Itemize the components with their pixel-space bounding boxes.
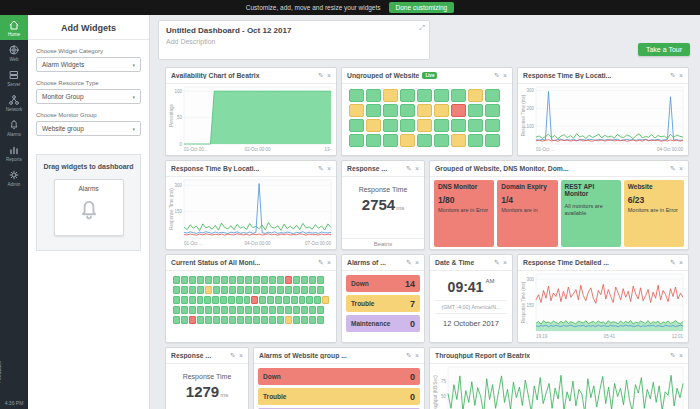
status-cell[interactable] bbox=[285, 316, 292, 324]
alarm-row-trouble[interactable]: Trouble 0 bbox=[258, 388, 420, 405]
status-cell[interactable] bbox=[229, 306, 236, 314]
status-cell[interactable] bbox=[285, 286, 292, 294]
status-cell[interactable] bbox=[400, 89, 415, 102]
edit-widget-icon[interactable]: ✎ bbox=[318, 165, 324, 172]
status-cell[interactable] bbox=[451, 89, 466, 102]
alarm-row-trouble[interactable]: Trouble 7 bbox=[346, 295, 420, 312]
status-cell[interactable] bbox=[451, 119, 466, 132]
edit-widget-icon[interactable]: ✎ bbox=[494, 72, 500, 79]
status-cell[interactable] bbox=[309, 276, 316, 284]
status-cell[interactable] bbox=[197, 306, 204, 314]
alarms-widget-card[interactable]: Alarms bbox=[54, 179, 124, 236]
status-cell[interactable] bbox=[485, 119, 500, 132]
status-cell[interactable] bbox=[349, 119, 364, 132]
status-cell[interactable] bbox=[173, 306, 180, 314]
status-cell[interactable] bbox=[485, 89, 500, 102]
status-cell[interactable] bbox=[291, 296, 298, 304]
status-cell[interactable] bbox=[228, 296, 235, 304]
dashboard-description-input[interactable]: Add Description bbox=[159, 37, 429, 46]
status-cell[interactable] bbox=[221, 286, 228, 294]
status-cell[interactable] bbox=[197, 316, 204, 324]
status-cell[interactable] bbox=[417, 134, 432, 147]
sidebar-item-web[interactable]: Web bbox=[0, 40, 28, 65]
status-cell[interactable] bbox=[253, 316, 260, 324]
status-cell[interactable] bbox=[181, 316, 188, 324]
status-cell[interactable] bbox=[383, 119, 398, 132]
status-cell[interactable] bbox=[189, 316, 196, 324]
status-cell[interactable] bbox=[220, 296, 227, 304]
group-tile-website[interactable]: Website 6/23 Monitors are in Error bbox=[624, 180, 684, 247]
status-cell[interactable] bbox=[400, 104, 415, 117]
status-cell[interactable] bbox=[275, 296, 282, 304]
close-widget-icon[interactable]: × bbox=[503, 259, 507, 266]
status-cell[interactable] bbox=[253, 276, 260, 284]
status-cell[interactable] bbox=[212, 296, 219, 304]
sidebar-item-home[interactable]: Home bbox=[0, 15, 28, 40]
status-cell[interactable] bbox=[197, 286, 204, 294]
status-cell[interactable] bbox=[277, 276, 284, 284]
close-widget-icon[interactable]: × bbox=[679, 259, 683, 266]
status-cell[interactable] bbox=[306, 296, 313, 304]
widget-response-time-2[interactable]: Response ... ✎ × Response Time 1279ms bbox=[165, 347, 249, 409]
status-cell[interactable] bbox=[417, 89, 432, 102]
status-cell[interactable] bbox=[205, 306, 212, 314]
status-cell[interactable] bbox=[468, 104, 483, 117]
status-cell[interactable] bbox=[245, 306, 252, 314]
status-cell[interactable] bbox=[417, 104, 432, 117]
close-widget-icon[interactable]: × bbox=[327, 165, 331, 172]
status-cell[interactable] bbox=[293, 276, 300, 284]
status-cell[interactable] bbox=[314, 296, 321, 304]
widget-response-time-beatrix[interactable]: Response ... ✎ × Response Time 2754ms Be… bbox=[341, 160, 425, 250]
status-cell[interactable] bbox=[237, 276, 244, 284]
edit-widget-icon[interactable]: ✎ bbox=[318, 72, 324, 79]
sidebar-item-admin[interactable]: Admin bbox=[0, 165, 28, 190]
status-cell[interactable] bbox=[205, 276, 212, 284]
expand-icon[interactable]: ⤢ bbox=[419, 24, 425, 32]
status-cell[interactable] bbox=[173, 296, 180, 304]
close-widget-icon[interactable]: × bbox=[503, 72, 507, 79]
status-cell[interactable] bbox=[189, 286, 196, 294]
done-customizing-button[interactable]: Done customizing bbox=[389, 2, 455, 13]
status-cell[interactable] bbox=[269, 306, 276, 314]
status-cell[interactable] bbox=[309, 316, 316, 324]
take-a-tour-button[interactable]: Take a Tour bbox=[638, 43, 690, 56]
status-cell[interactable] bbox=[285, 276, 292, 284]
status-cell[interactable] bbox=[236, 296, 243, 304]
status-cell[interactable] bbox=[269, 276, 276, 284]
widget-alarms-website-group[interactable]: Alarms of Website group ... ✎ × Down 0 T… bbox=[253, 347, 425, 409]
edit-widget-icon[interactable]: ✎ bbox=[318, 259, 324, 266]
status-cell[interactable] bbox=[349, 104, 364, 117]
status-cell[interactable] bbox=[221, 276, 228, 284]
widget-response-time-detailed[interactable]: Response Time Detailed ... ✎ × 15030019:… bbox=[517, 254, 689, 343]
status-cell[interactable] bbox=[259, 296, 266, 304]
status-cell[interactable] bbox=[237, 316, 244, 324]
close-widget-icon[interactable]: × bbox=[327, 72, 331, 79]
status-cell[interactable] bbox=[383, 104, 398, 117]
status-cell[interactable] bbox=[293, 306, 300, 314]
status-cell[interactable] bbox=[269, 286, 276, 294]
status-cell[interactable] bbox=[434, 134, 449, 147]
status-cell[interactable] bbox=[366, 89, 381, 102]
status-cell[interactable] bbox=[245, 276, 252, 284]
status-cell[interactable] bbox=[293, 286, 300, 294]
status-cell[interactable] bbox=[253, 306, 260, 314]
status-cell[interactable] bbox=[213, 276, 220, 284]
status-cell[interactable] bbox=[451, 104, 466, 117]
widget-category-select[interactable]: Alarm Widgets ▾ bbox=[36, 57, 141, 72]
alarm-row-maintenance[interactable]: Maintenance 0 bbox=[346, 315, 420, 332]
close-widget-icon[interactable]: × bbox=[415, 259, 419, 266]
close-widget-icon[interactable]: × bbox=[679, 165, 683, 172]
status-cell[interactable] bbox=[261, 306, 268, 314]
status-cell[interactable] bbox=[309, 286, 316, 294]
group-tile-rest-api[interactable]: REST API Monitor All monitors are availa… bbox=[561, 180, 621, 247]
status-cell[interactable] bbox=[221, 316, 228, 324]
status-cell[interactable] bbox=[293, 316, 300, 324]
status-cell[interactable] bbox=[485, 104, 500, 117]
status-cell[interactable] bbox=[229, 316, 236, 324]
dashboard-title-input[interactable]: Untitled Dashboard - Oct 12 2017 bbox=[159, 21, 429, 37]
status-cell[interactable] bbox=[213, 286, 220, 294]
status-cell[interactable] bbox=[309, 306, 316, 314]
edit-widget-icon[interactable]: ✎ bbox=[230, 352, 236, 359]
status-cell[interactable] bbox=[301, 306, 308, 314]
status-cell[interactable] bbox=[205, 286, 212, 294]
